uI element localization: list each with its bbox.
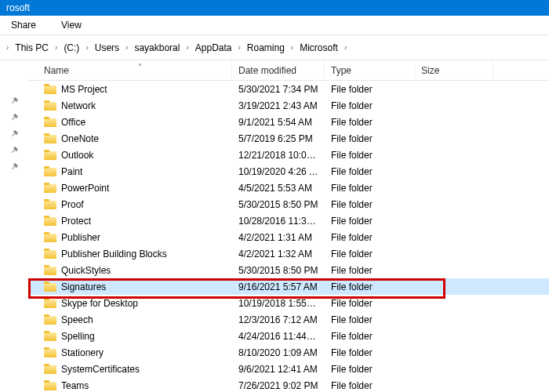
chevron-right-icon[interactable]: ›: [53, 43, 59, 52]
cell-name: MS Project: [28, 84, 232, 95]
cell-type: File folder: [325, 249, 415, 260]
cell-date: 4/24/2016 11:44 PM: [232, 331, 325, 342]
chevron-right-icon[interactable]: ›: [236, 43, 242, 52]
menu-share[interactable]: Share: [11, 20, 36, 31]
cell-type: File folder: [325, 364, 415, 375]
table-row[interactable]: Stationery8/10/2020 1:09 AMFile folder: [28, 344, 549, 361]
file-name: SystemCertificates: [61, 364, 140, 375]
table-row[interactable]: SystemCertificates9/6/2021 12:41 AMFile …: [28, 361, 549, 377]
folder-icon: [44, 265, 56, 275]
cell-date: 9/1/2021 5:54 AM: [232, 117, 325, 128]
chevron-right-icon[interactable]: ›: [184, 43, 190, 52]
pin-icon[interactable]: [10, 146, 19, 156]
file-name: PowerPoint: [61, 183, 109, 194]
breadcrumb-segment[interactable]: This PC: [13, 41, 50, 55]
cell-name: Skype for Desktop: [28, 298, 232, 309]
folder-icon: [44, 199, 56, 209]
file-name: Publisher: [61, 232, 100, 243]
cell-date: 4/5/2021 5:53 AM: [232, 183, 325, 194]
cell-type: File folder: [325, 84, 415, 95]
table-row[interactable]: OneNote5/7/2019 6:25 PMFile folder: [28, 130, 549, 147]
file-name: Proof: [61, 199, 84, 210]
table-row[interactable]: PowerPoint4/5/2021 5:53 AMFile folder: [28, 180, 549, 196]
file-name: Teams: [61, 380, 89, 391]
file-name: Publisher Building Blocks: [61, 249, 167, 260]
window-title: rosoft: [6, 2, 30, 13]
cell-name: Network: [28, 100, 232, 111]
chevron-right-icon[interactable]: ›: [343, 43, 348, 52]
folder-icon: [44, 84, 56, 94]
cell-date: 9/16/2021 5:57 AM: [232, 281, 325, 292]
folder-icon: [44, 166, 56, 176]
cell-date: 3/19/2021 2:43 AM: [232, 100, 325, 111]
table-row[interactable]: Proof5/30/2015 8:50 PMFile folder: [28, 196, 549, 212]
cell-date: 5/30/2015 8:50 PM: [232, 265, 325, 276]
file-name: MS Project: [61, 84, 107, 95]
pin-icon[interactable]: [10, 162, 19, 172]
file-name: Network: [61, 100, 96, 111]
breadcrumb-segment[interactable]: AppData: [194, 41, 234, 55]
cell-type: File folder: [325, 166, 415, 177]
cell-type: File folder: [325, 100, 415, 111]
table-row[interactable]: Speech12/3/2016 7:12 AMFile folder: [28, 311, 549, 328]
cell-date: 9/6/2021 12:41 AM: [232, 364, 325, 375]
folder-icon: [44, 150, 56, 160]
folder-icon: [44, 380, 56, 390]
table-row[interactable]: MS Project5/30/2021 7:34 PMFile folder: [28, 81, 549, 97]
header-name[interactable]: Name ˄: [28, 60, 232, 80]
file-name: Signatures: [61, 281, 106, 292]
breadcrumb-segment[interactable]: Users: [93, 41, 121, 55]
file-name: Spelling: [61, 331, 95, 342]
table-row[interactable]: Publisher Building Blocks4/2/2021 1:32 A…: [28, 245, 549, 262]
breadcrumb: ›This PC›(C:)›Users›sayakboral›AppData›R…: [5, 35, 348, 60]
folder-icon: [44, 298, 56, 308]
table-row[interactable]: Skype for Desktop10/19/2018 1:55 PMFile …: [28, 295, 549, 311]
chevron-right-icon[interactable]: ›: [84, 43, 89, 52]
cell-type: File folder: [325, 150, 415, 161]
header-type[interactable]: Type: [325, 60, 415, 80]
sort-asc-icon: ˄: [138, 63, 142, 71]
cell-date: 10/19/2018 1:55 PM: [232, 298, 325, 309]
cell-type: File folder: [325, 183, 415, 194]
header-date[interactable]: Date modified: [232, 60, 325, 80]
cell-name: Signatures: [28, 281, 232, 292]
cell-name: Speech: [28, 314, 232, 325]
chevron-right-icon[interactable]: ›: [289, 43, 295, 52]
breadcrumb-segment[interactable]: Roaming: [245, 41, 286, 55]
table-row[interactable]: Office9/1/2021 5:54 AMFile folder: [28, 114, 549, 130]
table-row[interactable]: Network3/19/2021 2:43 AMFile folder: [28, 97, 549, 114]
chevron-right-icon[interactable]: ›: [5, 43, 10, 52]
table-row[interactable]: Protect10/28/2016 11:37 ...File folder: [28, 212, 549, 229]
pin-icon[interactable]: [10, 129, 19, 140]
cell-date: 10/19/2020 4:26 AM: [232, 166, 325, 177]
chevron-right-icon[interactable]: ›: [124, 43, 129, 52]
cell-name: Proof: [28, 199, 232, 210]
table-row[interactable]: Teams7/26/2021 9:02 PMFile folder: [28, 377, 549, 392]
pin-icon[interactable]: [10, 96, 19, 107]
file-name: OneNote: [61, 133, 99, 144]
pin-icon[interactable]: [10, 113, 19, 123]
cell-name: SystemCertificates: [28, 364, 232, 375]
table-row[interactable]: Publisher4/2/2021 1:31 AMFile folder: [28, 229, 549, 245]
table-row[interactable]: Paint10/19/2020 4:26 AMFile folder: [28, 163, 549, 180]
cell-name: Paint: [28, 166, 232, 177]
breadcrumb-segment[interactable]: sayakboral: [133, 41, 181, 55]
quick-access-pins: [0, 60, 28, 392]
folder-icon: [44, 117, 56, 127]
menu-view[interactable]: View: [61, 20, 82, 31]
header-type-label: Type: [331, 65, 351, 76]
cell-name: Publisher: [28, 232, 232, 243]
table-row[interactable]: Signatures9/16/2021 5:57 AMFile folder: [28, 278, 549, 295]
title-bar: rosoft: [0, 0, 549, 16]
file-name: Speech: [61, 314, 93, 325]
table-row[interactable]: Spelling4/24/2016 11:44 PMFile folder: [28, 328, 549, 344]
header-size[interactable]: Size: [415, 60, 493, 80]
table-row[interactable]: QuickStyles5/30/2015 8:50 PMFile folder: [28, 262, 549, 278]
cell-date: 12/21/2018 10:08 ...: [232, 150, 325, 161]
cell-date: 8/10/2020 1:09 AM: [232, 347, 325, 358]
breadcrumb-segment[interactable]: (C:): [62, 41, 81, 55]
address-bar[interactable]: ›This PC›(C:)›Users›sayakboral›AppData›R…: [0, 35, 549, 60]
table-row[interactable]: Outlook12/21/2018 10:08 ...File folder: [28, 147, 549, 163]
column-headers: Name ˄ Date modified Type Size: [28, 60, 549, 81]
breadcrumb-segment[interactable]: Microsoft: [298, 41, 340, 55]
